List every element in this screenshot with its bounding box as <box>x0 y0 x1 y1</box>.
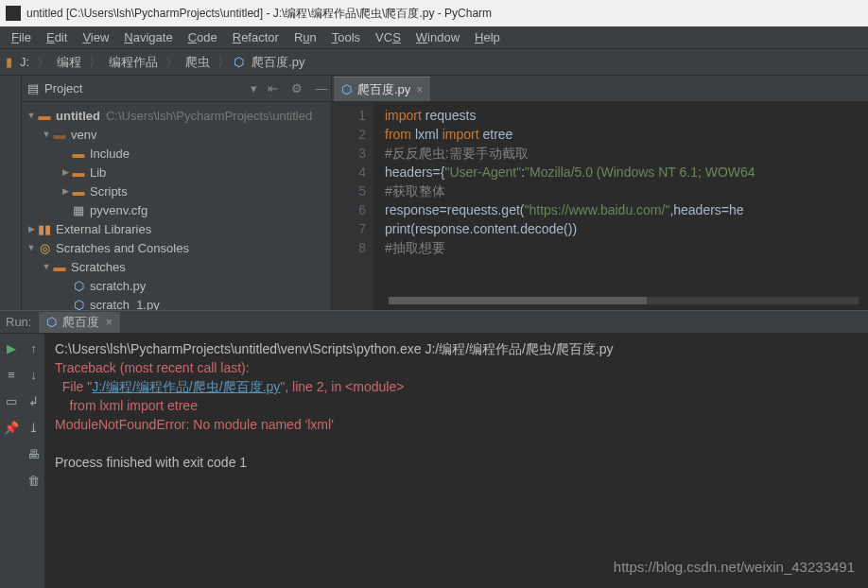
tree-scripts[interactable]: ▶ ▬ Scripts <box>22 182 331 200</box>
tree-scratches-root[interactable]: ▼ ◎ Scratches and Consoles <box>22 238 331 257</box>
gear-icon[interactable]: ⚙ <box>287 81 306 95</box>
tree-external[interactable]: ▶ ▮▮ External Libraries <box>22 219 331 238</box>
menu-edit[interactable]: Edit <box>39 30 75 44</box>
crumb-file[interactable]: 爬百度.py <box>248 54 308 71</box>
pin-icon[interactable]: 📌 <box>3 419 20 436</box>
arrow-right-icon[interactable]: ▶ <box>60 167 71 177</box>
layout-icon[interactable]: ▭ <box>3 392 20 409</box>
menu-navigate[interactable]: Navigate <box>116 30 180 44</box>
left-gutter <box>0 76 22 310</box>
tree-scratches[interactable]: ▼ ▬ Scratches <box>22 257 331 276</box>
tree-scratch1[interactable]: ⬡ scratch.py <box>22 276 331 295</box>
arrow-down-icon[interactable]: ▼ <box>41 130 52 139</box>
menu-file[interactable]: File <box>4 30 39 44</box>
tree-venv[interactable]: ▼ ▬ venv <box>22 125 331 144</box>
console-output[interactable]: C:\Users\lsh\PycharmProjects\untitled\ve… <box>45 334 868 588</box>
project-tool-window: ▤ Project ▾ ⇤ ⚙ — ▼ ▬ untitled C:\Users\… <box>22 76 332 310</box>
python-file-icon: ⬡ <box>341 82 352 96</box>
chevron-right-icon: 〉 <box>89 54 101 71</box>
crumb-1[interactable]: 编程 <box>53 54 85 71</box>
python-file-icon: ⬡ <box>46 315 57 329</box>
folder-icon: ▬ <box>37 109 52 123</box>
file-icon: ▦ <box>71 203 86 217</box>
hide-icon[interactable]: — <box>312 81 331 95</box>
editor-tabs: ⬡ 爬百度.py × <box>332 76 868 102</box>
window-titlebar: untitled [C:\Users\lsh\PycharmProjects\u… <box>0 0 868 26</box>
close-icon[interactable]: × <box>416 83 423 96</box>
print-icon[interactable]: 🖶 <box>26 445 43 462</box>
chevron-right-icon: 〉 <box>217 54 230 71</box>
folder-icon: ▮ <box>6 55 12 69</box>
project-tree[interactable]: ▼ ▬ untitled C:\Users\lsh\PycharmProject… <box>22 102 331 310</box>
folder-icon: ▬ <box>71 165 86 180</box>
folder-icon: ▬ <box>52 128 67 142</box>
menu-tools[interactable]: Tools <box>324 30 368 44</box>
arrow-right-icon[interactable]: ▶ <box>60 186 71 196</box>
menu-window[interactable]: Window <box>408 30 467 44</box>
down-icon[interactable]: ↓ <box>26 366 43 383</box>
folder-icon: ▬ <box>71 184 86 199</box>
run-toolbar-left: ▶ ≡ ▭ 📌 <box>0 334 23 588</box>
breadcrumb: ▮ J: 〉 编程 〉 编程作品 〉 爬虫 〉 ⬡ 爬百度.py <box>0 49 868 76</box>
scratches-icon: ◎ <box>37 241 52 255</box>
run-toolbar-left2: ↑ ↓ ↲ ⤓ 🖶 🗑 <box>23 334 45 588</box>
arrow-right-icon[interactable]: ▶ <box>26 224 37 233</box>
editor: ⬡ 爬百度.py × 12345678 import requests from… <box>332 76 868 310</box>
rerun-icon[interactable]: ▶ <box>3 339 20 356</box>
stack-icon[interactable]: ≡ <box>3 366 20 383</box>
scroll-end-icon[interactable]: ⤓ <box>26 419 43 436</box>
run-tab[interactable]: ⬡ 爬百度 × <box>39 312 120 333</box>
horizontal-scrollbar[interactable] <box>389 297 859 304</box>
menu-help[interactable]: Help <box>467 30 508 44</box>
code-area[interactable]: 12345678 import requests from lxml impor… <box>332 102 868 310</box>
python-file-icon: ⬡ <box>234 55 244 69</box>
menu-view[interactable]: View <box>75 30 116 44</box>
watermark: https://blog.csdn.net/weixin_43233491 <box>614 559 855 575</box>
up-icon[interactable]: ↑ <box>26 339 43 356</box>
run-label: Run: <box>6 315 31 329</box>
app-icon <box>6 6 21 21</box>
folder-icon: ▬ <box>52 260 67 274</box>
error-file-link[interactable]: J:/编程/编程作品/爬虫/爬百度.py <box>92 379 280 394</box>
menu-bar: File Edit View Navigate Code Refactor Ru… <box>0 26 868 49</box>
run-tool-window: Run: ⬡ 爬百度 × ▶ ≡ ▭ 📌 ↑ ↓ ↲ ⤓ 🖶 🗑 C:\User… <box>0 310 868 588</box>
menu-refactor[interactable]: Refactor <box>225 30 286 44</box>
tree-scratch2[interactable]: ⬡ scratch_1.py <box>22 295 331 310</box>
menu-vcs[interactable]: VCS <box>368 30 408 44</box>
chevron-down-icon[interactable]: ▾ <box>251 81 257 95</box>
project-view-icon: ▤ <box>27 81 39 95</box>
crumb-2[interactable]: 编程作品 <box>105 54 162 71</box>
arrow-down-icon[interactable]: ▼ <box>41 262 52 271</box>
menu-code[interactable]: Code <box>181 30 225 44</box>
chevron-right-icon: 〉 <box>165 54 178 71</box>
run-header: Run: ⬡ 爬百度 × <box>0 311 868 334</box>
crumb-3[interactable]: 爬虫 <box>182 54 214 71</box>
chevron-right-icon: 〉 <box>37 54 49 71</box>
code-text[interactable]: import requests from lxml import etree #… <box>373 102 868 310</box>
tree-include[interactable]: ▬ Include <box>22 144 331 163</box>
scrollbar-thumb[interactable] <box>389 297 647 304</box>
arrow-down-icon[interactable]: ▼ <box>26 111 37 120</box>
arrow-down-icon[interactable]: ▼ <box>26 243 37 252</box>
tree-lib[interactable]: ▶ ▬ Lib <box>22 163 331 182</box>
python-file-icon: ⬡ <box>71 298 86 311</box>
collapse-icon[interactable]: ⇤ <box>263 81 282 95</box>
libraries-icon: ▮▮ <box>37 222 52 236</box>
crumb-root[interactable]: J: <box>16 55 33 69</box>
project-title[interactable]: Project <box>44 81 245 95</box>
menu-run[interactable]: Run <box>286 30 324 44</box>
window-title: untitled [C:\Users\lsh\PycharmProjects\u… <box>26 6 492 22</box>
trash-icon[interactable]: 🗑 <box>26 472 43 489</box>
tab-file[interactable]: ⬡ 爬百度.py × <box>334 77 430 101</box>
folder-icon: ▬ <box>71 147 86 161</box>
close-icon[interactable]: × <box>105 315 113 329</box>
project-header: ▤ Project ▾ ⇤ ⚙ — <box>22 76 331 102</box>
tree-root[interactable]: ▼ ▬ untitled C:\Users\lsh\PycharmProject… <box>22 106 331 125</box>
tree-pyvenv[interactable]: ▦ pyvenv.cfg <box>22 200 331 219</box>
line-gutter: 12345678 <box>332 102 373 310</box>
python-file-icon: ⬡ <box>71 279 86 293</box>
wrap-icon[interactable]: ↲ <box>26 392 43 409</box>
